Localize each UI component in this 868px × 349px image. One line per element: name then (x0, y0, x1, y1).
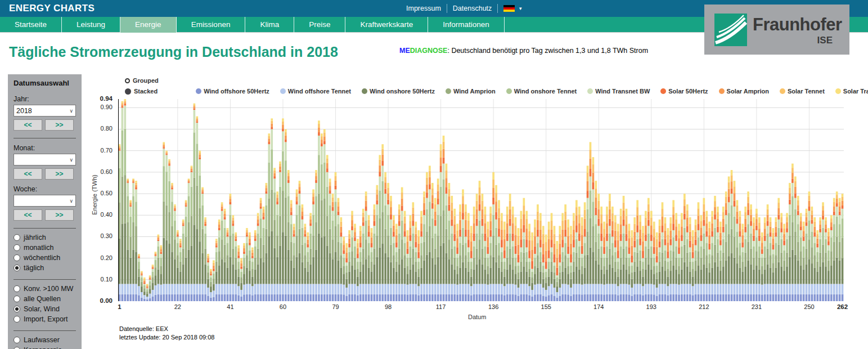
bar-day-26[interactable] (188, 178, 190, 301)
bar-day-252[interactable] (813, 217, 816, 301)
language-selector[interactable]: ▼ (503, 5, 523, 12)
bar-day-161[interactable] (561, 213, 564, 301)
bar-day-151[interactable] (534, 220, 536, 301)
bar-day-259[interactable] (833, 198, 835, 301)
bar-day-96[interactable] (381, 144, 384, 301)
bar-day-50[interactable] (254, 230, 257, 301)
bar-day-262[interactable] (842, 194, 844, 301)
nav-tab-energie[interactable]: Energie (120, 17, 177, 33)
bar-day-31[interactable] (201, 187, 204, 301)
bar-day-60[interactable] (282, 118, 284, 301)
bar-day-84[interactable] (348, 230, 350, 301)
impressum-link[interactable]: Impressum (401, 5, 447, 12)
bar-day-80[interactable] (338, 198, 340, 301)
bar-day-65[interactable] (296, 189, 298, 301)
bar-day-105[interactable] (407, 230, 409, 301)
interval-option-monatlich[interactable]: monatlich (14, 244, 76, 252)
bar-day-14[interactable] (155, 252, 157, 301)
bar-day-112[interactable] (426, 172, 428, 301)
year-select[interactable]: 2018 ∨ (14, 105, 76, 117)
bar-day-190[interactable] (642, 226, 644, 301)
bar-day-20[interactable] (171, 183, 173, 301)
legend-mode-grouped[interactable]: Grouped (125, 77, 159, 84)
bar-day-131[interactable] (479, 181, 481, 301)
bar-day-198[interactable] (664, 217, 667, 301)
bar-day-67[interactable] (302, 204, 304, 301)
bar-day-164[interactable] (570, 226, 572, 301)
bar-day-184[interactable] (626, 209, 628, 301)
bar-day-179[interactable] (611, 207, 614, 301)
bar-day-144[interactable] (515, 217, 517, 301)
bar-day-82[interactable] (343, 236, 345, 301)
bar-day-62[interactable] (287, 170, 290, 301)
bar-day-5[interactable] (129, 200, 132, 302)
year-prev-button[interactable]: << (14, 119, 42, 131)
legend-item-solar-tennet[interactable]: Solar Tennet (780, 88, 825, 95)
bar-day-58[interactable] (276, 191, 278, 301)
bar-day-192[interactable] (647, 198, 650, 301)
legend-item-solar-transnet-bw[interactable]: Solar Transnet BW (835, 88, 868, 95)
bar-day-150[interactable] (531, 232, 533, 301)
bar-day-86[interactable] (354, 224, 356, 301)
bar-day-170[interactable] (587, 165, 589, 301)
bar-day-15[interactable] (158, 235, 160, 301)
bar-day-204[interactable] (681, 213, 683, 301)
bar-day-73[interactable] (318, 120, 320, 301)
bar-day-116[interactable] (437, 178, 439, 301)
bar-day-243[interactable] (789, 183, 791, 301)
bar-day-251[interactable] (811, 207, 813, 301)
bar-day-41[interactable] (230, 194, 232, 301)
bar-day-223[interactable] (734, 181, 736, 301)
bar-day-34[interactable] (210, 269, 212, 301)
month-next-button[interactable]: >> (45, 168, 74, 180)
bar-day-224[interactable] (736, 200, 739, 302)
bar-day-183[interactable] (623, 196, 625, 301)
bar-day-46[interactable] (243, 243, 245, 301)
bar-day-59[interactable] (279, 162, 281, 301)
bar-day-16[interactable] (160, 245, 162, 301)
bar-day-249[interactable] (806, 209, 808, 301)
bar-day-120[interactable] (448, 183, 451, 301)
bar-day-233[interactable] (761, 232, 763, 301)
bar-day-168[interactable] (581, 217, 583, 301)
bar-day-4[interactable] (127, 178, 129, 301)
nav-tab-startseite[interactable]: Startseite (0, 17, 62, 33)
bar-day-146[interactable] (520, 211, 523, 301)
bar-day-157[interactable] (551, 213, 553, 301)
legend-item-wind-onshore-50hertz[interactable]: Wind onshore 50Hertz (362, 88, 435, 95)
bar-day-241[interactable] (783, 224, 785, 301)
bar-day-111[interactable] (423, 191, 425, 301)
bar-day-220[interactable] (725, 191, 727, 301)
bar-day-74[interactable] (321, 133, 323, 301)
bar-day-122[interactable] (453, 209, 456, 301)
week-next-button[interactable]: >> (45, 209, 74, 221)
legend-item-wind-transnet-bw[interactable]: Wind Transnet BW (587, 88, 650, 95)
bar-day-127[interactable] (467, 213, 470, 301)
bar-day-42[interactable] (232, 215, 234, 301)
bar-day-253[interactable] (816, 230, 818, 301)
nav-tab-emissionen[interactable]: Emissionen (177, 17, 246, 33)
bar-day-163[interactable] (567, 220, 569, 301)
bar-day-126[interactable] (465, 204, 467, 301)
bar-day-229[interactable] (750, 204, 752, 301)
plant-option-laufwasser[interactable]: Laufwasser (14, 336, 76, 344)
bar-day-12[interactable] (149, 275, 151, 301)
nav-tab-informationen[interactable]: Informationen (428, 17, 505, 33)
legend-item-wind-amprion[interactable]: Wind Amprion (446, 88, 496, 95)
bar-day-140[interactable] (503, 222, 506, 301)
bar-day-1[interactable] (119, 144, 121, 301)
bar-day-23[interactable] (179, 239, 182, 301)
bar-day-2[interactable] (122, 101, 124, 301)
interval-option-j-hrlich[interactable]: jährlich (14, 234, 76, 241)
bar-day-35[interactable] (213, 260, 215, 301)
bar-day-199[interactable] (667, 228, 669, 301)
bar-day-195[interactable] (656, 232, 658, 301)
bar-day-85[interactable] (351, 211, 353, 301)
bar-day-162[interactable] (564, 204, 566, 301)
bar-day-242[interactable] (786, 213, 788, 301)
bar-day-142[interactable] (509, 194, 511, 301)
bar-day-187[interactable] (633, 217, 636, 301)
source-option-konv-100-mw[interactable]: Konv. >100 MW (14, 285, 76, 293)
bar-day-6[interactable] (132, 178, 134, 301)
bar-day-247[interactable] (800, 213, 802, 301)
